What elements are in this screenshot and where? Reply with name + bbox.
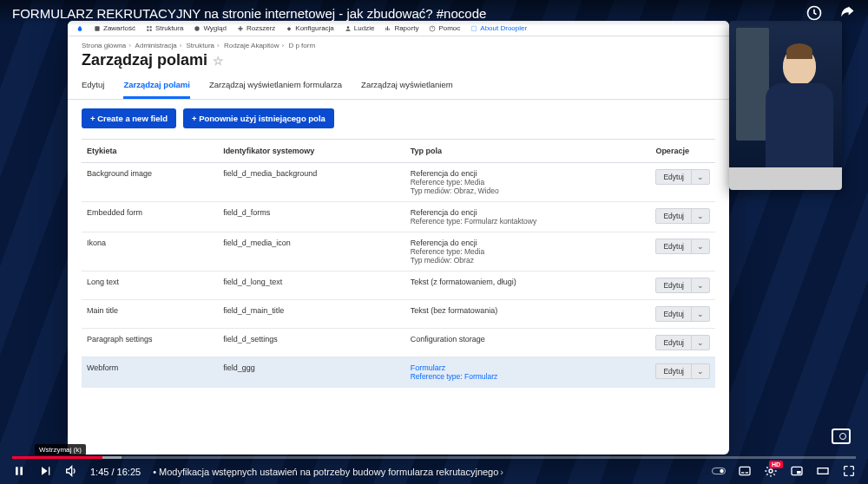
cell-type: Referencja do encjiReference type: Formu… [405,202,651,232]
cell-ops: Edytuj⌄ [650,357,715,388]
edit-dropdown[interactable]: Edytuj⌄ [655,363,710,379]
cell-ops: Edytuj⌄ [650,163,715,202]
cell-ops: Edytuj⌄ [650,271,715,300]
hd-badge: HD [769,461,783,468]
volume-button[interactable] [64,464,78,480]
th-label: Etykieta [82,140,218,163]
favorite-star-icon[interactable]: ☆ [213,54,224,68]
cell-id: field_d_main_title [218,300,405,329]
svg-point-2 [195,26,200,30]
theater-button[interactable] [816,464,830,480]
cell-label: Webform [82,357,218,388]
svg-point-3 [346,26,349,29]
cell-label: Background image [82,163,218,202]
table-row: Main titlefield_d_main_titleTekst (bez f… [82,300,715,329]
page-title: Zarządzaj polami ☆ [68,49,729,75]
tab-manage-display[interactable]: Zarządzaj wyświetlaniem [361,75,453,99]
settings-button[interactable]: HD [764,464,778,480]
video-title: FORMULARZ REKRUTACYJNY na stronie intern… [12,6,486,21]
pause-button[interactable] [12,464,26,480]
pause-tooltip: Wstrzymaj (k) [35,444,86,455]
svg-rect-1 [95,26,99,30]
miniplayer-button[interactable] [790,464,804,480]
svg-rect-7 [16,467,18,474]
cell-id: field_d_forms [218,202,405,232]
cell-id: field_ggg [218,357,405,388]
th-type: Typ pola [405,140,651,163]
cell-label: Embedded form [82,202,218,232]
cell-type: Tekst (z formatowaniem, długi) [405,271,651,300]
breadcrumb: Strona główna› Administracja› Struktura›… [68,36,729,49]
cell-ops: Edytuj⌄ [650,202,715,232]
edit-dropdown[interactable]: Edytuj⌄ [655,335,710,350]
watch-later-icon[interactable] [806,4,823,22]
cell-type: Referencja do encjiReference type: Media… [405,232,651,271]
table-row: Ikonafield_d_media_iconReferencja do enc… [82,232,715,271]
crumb-admin[interactable]: Administracja [135,42,177,49]
svg-rect-16 [797,471,801,474]
cell-type: Tekst (bez formatowania) [405,300,651,329]
autoplay-toggle[interactable] [712,464,726,480]
fullscreen-button[interactable] [842,464,856,480]
table-row: Paragraph settingsfield_d_settingsConfig… [82,329,715,357]
cell-id: field_d_settings [218,329,405,357]
crumb-structure[interactable]: Struktura [187,42,214,49]
edit-dropdown[interactable]: Edytuj⌄ [655,278,710,293]
svg-point-10 [720,468,723,472]
svg-rect-13 [746,472,748,473]
cell-type: Referencja do encjiReference type: Media… [405,163,651,202]
table-row: Webformfield_gggFormularzReference type:… [82,357,715,388]
cell-ops: Edytuj⌄ [650,232,715,271]
th-ops: Operacje [650,140,715,163]
svg-point-14 [769,469,773,473]
svg-rect-12 [741,472,744,473]
svg-rect-8 [20,467,23,474]
edit-dropdown[interactable]: Edytuj⌄ [655,169,710,185]
table-row: Embedded formfield_d_formsReferencja do … [82,202,715,232]
time-display: 1:45 / 16:25 [90,467,141,477]
svg-rect-17 [818,468,828,474]
cell-id: field_d_media_icon [218,232,405,271]
next-button[interactable] [38,464,52,480]
cell-ops: Edytuj⌄ [650,300,715,329]
edit-dropdown[interactable]: Edytuj⌄ [655,208,710,224]
chapter-title[interactable]: • Modyfikacja wstępnych ustawień na potr… [153,467,503,477]
crumb-current: D p form [288,42,315,49]
cell-label: Long text [82,271,218,300]
tab-manage-form-display[interactable]: Zarządzaj wyświetlaniem formularza [209,75,342,99]
cell-ops: Edytuj⌄ [650,329,715,357]
svg-text:?: ? [431,26,434,30]
player-controls: 1:45 / 16:25 • Modyfikacja wstępnych ust… [0,459,868,484]
svg-rect-11 [740,467,750,474]
cards-icon[interactable] [832,428,851,444]
edit-dropdown[interactable]: Edytuj⌄ [655,239,710,254]
video-title-bar: FORMULARZ REKRUTACYJNY na stronie intern… [0,0,868,26]
fields-table: Etykieta Identyfikator systemowy Typ pol… [82,139,715,388]
cell-label: Main title [82,300,218,329]
crumb-home[interactable]: Strona główna [82,42,126,49]
create-field-button[interactable]: + Create a new field [82,108,176,128]
presenter-webcam [729,21,842,190]
table-row: Long textfield_d_long_textTekst (z forma… [82,271,715,300]
table-row: Background imagefield_d_media_background… [82,163,715,202]
share-icon[interactable] [838,4,856,22]
action-buttons: + Create a new field + Ponownie użyj ist… [68,100,729,139]
th-machine-name: Identyfikator systemowy [218,140,405,163]
edit-dropdown[interactable]: Edytuj⌄ [655,306,710,322]
cell-type: FormularzReference type: Formularz [405,357,651,388]
tab-edit[interactable]: Edytuj [82,75,104,99]
cell-label: Paragraph settings [82,329,218,357]
subtitles-button[interactable] [738,464,752,480]
crumb-paragraph-types[interactable]: Rodzaje Akapitów [224,42,279,49]
tabs: Edytuj Zarządzaj polami Zarządzaj wyświe… [68,75,729,100]
svg-rect-6 [472,26,477,30]
tab-manage-fields[interactable]: Zarządzaj polami [123,75,190,99]
cell-label: Ikona [82,232,218,271]
cell-type: Configuration storage [405,329,651,357]
cell-id: field_d_media_background [218,163,405,202]
admin-window: Zawartość Struktura Wygląd Rozszerz Konf… [68,21,729,455]
reuse-field-button[interactable]: + Ponownie użyj istniejącego pola [183,108,334,128]
cell-id: field_d_long_text [218,271,405,300]
